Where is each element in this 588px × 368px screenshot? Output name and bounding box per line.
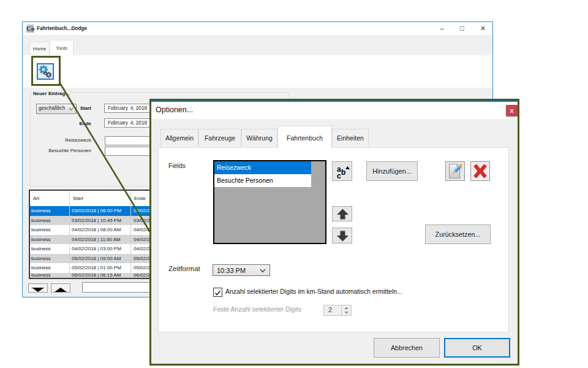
svg-text:b: b <box>341 168 345 177</box>
svg-text:c: c <box>337 172 341 180</box>
